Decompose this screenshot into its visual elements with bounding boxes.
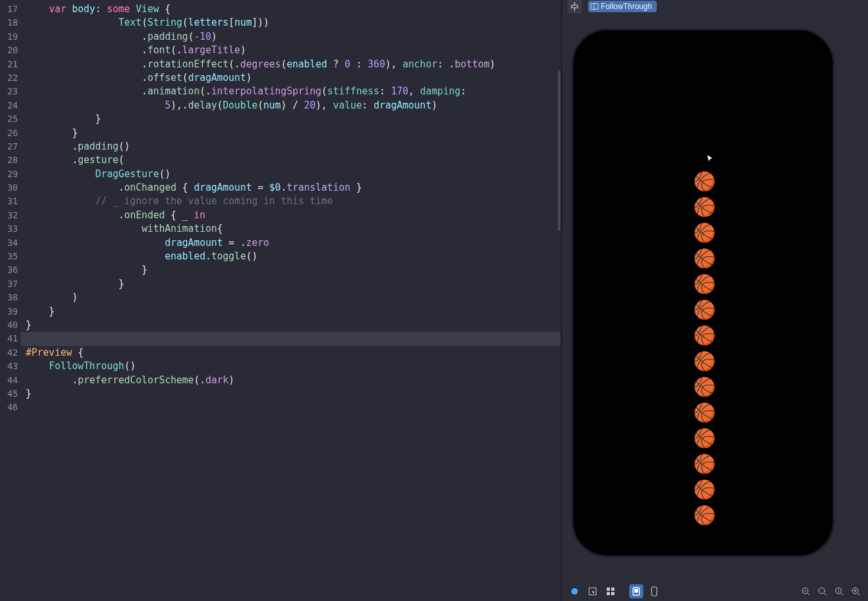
- scrollbar-thumb[interactable]: [558, 71, 562, 231]
- code-line[interactable]: .preferredColorScheme(.dark): [21, 374, 562, 387]
- code-line[interactable]: ): [21, 291, 562, 304]
- code-line[interactable]: Text(String(letters[num])): [21, 16, 562, 30]
- code-line[interactable]: enabled.toggle(): [21, 250, 562, 263]
- code-line[interactable]: .gesture(: [21, 153, 562, 167]
- svg-rect-7: [611, 592, 614, 595]
- code-line[interactable]: [21, 401, 562, 414]
- ball-item[interactable]: 🏀: [693, 351, 713, 371]
- line-number: 24: [0, 99, 21, 112]
- code-line[interactable]: }: [21, 305, 562, 318]
- line-number: 29: [0, 168, 21, 181]
- zoom-fit-button[interactable]: [815, 584, 829, 598]
- variants-icon: [651, 586, 657, 597]
- code-line[interactable]: }: [21, 263, 562, 277]
- preview-toolbar: 1: [562, 582, 868, 601]
- svg-point-2: [571, 588, 578, 595]
- code-line[interactable]: .padding(-10): [21, 30, 562, 44]
- code-line[interactable]: .offset(dragAmount): [21, 71, 562, 85]
- selectable-button[interactable]: [586, 584, 600, 598]
- code-line[interactable]: #Preview {: [21, 346, 562, 360]
- svg-rect-10: [652, 587, 657, 596]
- svg-point-14: [819, 588, 825, 594]
- ball-item[interactable]: 🏀: [693, 300, 713, 320]
- line-number: 38: [0, 291, 21, 304]
- ball-item[interactable]: 🏀: [693, 326, 713, 345]
- line-number: 22: [0, 71, 21, 85]
- svg-line-20: [858, 593, 860, 595]
- ball-item[interactable]: 🏀: [693, 197, 713, 217]
- ball-item[interactable]: 🏀: [693, 274, 713, 294]
- preview-device-button[interactable]: [629, 584, 643, 598]
- pin-icon: [571, 2, 578, 11]
- code-content[interactable]: var body: some View { Text(String(letter…: [21, 0, 562, 415]
- preview-header: FollowThrough: [568, 0, 657, 13]
- line-number: 27: [0, 140, 21, 153]
- ball-item[interactable]: 🏀: [693, 171, 713, 191]
- code-line[interactable]: }: [21, 277, 562, 291]
- code-line[interactable]: }: [21, 112, 562, 126]
- ball-item[interactable]: 🏀: [693, 428, 713, 448]
- code-line[interactable]: .onEnded { _ in: [21, 209, 562, 222]
- code-line[interactable]: }: [21, 387, 562, 401]
- zoom-in-button[interactable]: [849, 584, 863, 598]
- ball-item[interactable]: 🏀: [693, 480, 713, 500]
- ball-item[interactable]: 🏀: [693, 454, 713, 474]
- ball-stack[interactable]: 🏀🏀🏀🏀🏀🏀🏀🏀🏀🏀🏀🏀🏀🏀: [693, 171, 713, 525]
- code-line[interactable]: .animation(.interpolatingSpring(stiffnes…: [21, 85, 562, 98]
- line-number: 18: [0, 16, 21, 30]
- code-line[interactable]: .onChanged { dragAmount = $0.translation…: [21, 181, 562, 195]
- line-number: 26: [0, 126, 21, 140]
- code-line[interactable]: DragGesture(): [21, 168, 562, 181]
- zoom-out-button[interactable]: [799, 584, 813, 598]
- code-editor[interactable]: 1718192021222324252627282930313233343536…: [0, 0, 562, 601]
- ball-item[interactable]: 🏀: [693, 377, 713, 397]
- svg-rect-0: [591, 4, 598, 10]
- line-number: 32: [0, 209, 21, 222]
- code-line[interactable]: FollowThrough(): [21, 360, 562, 373]
- line-number: 43: [0, 360, 21, 373]
- pin-button[interactable]: [568, 0, 582, 13]
- svg-rect-6: [607, 592, 610, 595]
- svg-rect-4: [607, 588, 610, 591]
- code-line[interactable]: withAnimation{: [21, 222, 562, 236]
- preview-tag-label: FollowThrough: [601, 2, 652, 11]
- svg-line-12: [808, 593, 810, 595]
- svg-text:1: 1: [837, 589, 839, 593]
- square-split-icon: [591, 3, 598, 10]
- code-line[interactable]: // _ ignore the value coming in this tim…: [21, 195, 562, 208]
- grid-icon: [606, 587, 615, 596]
- line-number: 17: [0, 3, 21, 16]
- line-number: 41: [0, 332, 21, 345]
- code-line[interactable]: dragAmount = .zero: [21, 236, 562, 250]
- svg-line-15: [824, 593, 826, 595]
- line-number: 45: [0, 387, 21, 401]
- line-number: 31: [0, 195, 21, 208]
- preview-tag[interactable]: FollowThrough: [588, 1, 657, 12]
- preview-variants-button[interactable]: [647, 584, 661, 598]
- device-frame[interactable]: 🏀🏀🏀🏀🏀🏀🏀🏀🏀🏀🏀🏀🏀🏀: [571, 28, 835, 557]
- ball-item[interactable]: 🏀: [693, 248, 713, 268]
- line-number: 46: [0, 401, 21, 414]
- code-line[interactable]: .padding(): [21, 140, 562, 153]
- svg-line-17: [841, 593, 843, 595]
- code-line[interactable]: var body: some View {: [21, 3, 562, 16]
- code-line[interactable]: }: [21, 126, 562, 140]
- code-line[interactable]: }: [21, 318, 562, 332]
- live-preview-button[interactable]: [568, 584, 582, 598]
- line-number: 28: [0, 153, 21, 167]
- zoom-out-icon: [801, 587, 810, 596]
- code-line[interactable]: .font(.largeTitle): [21, 44, 562, 57]
- zoom-100-button[interactable]: 1: [832, 584, 846, 598]
- device-icon: [632, 587, 641, 596]
- line-number: 40: [0, 318, 21, 332]
- ball-item[interactable]: 🏀: [693, 223, 713, 243]
- code-line[interactable]: 5),.delay(Double(num) / 20), value: drag…: [21, 99, 562, 112]
- code-line[interactable]: [21, 332, 562, 345]
- line-number: 19: [0, 30, 21, 44]
- variants-button[interactable]: [603, 584, 618, 598]
- ball-item[interactable]: 🏀: [693, 403, 713, 422]
- line-number-gutter: 1718192021222324252627282930313233343536…: [0, 0, 21, 601]
- ball-item[interactable]: 🏀: [693, 505, 713, 525]
- code-line[interactable]: .rotationEffect(.degrees(enabled ? 0 : 3…: [21, 58, 562, 71]
- line-number: 20: [0, 44, 21, 57]
